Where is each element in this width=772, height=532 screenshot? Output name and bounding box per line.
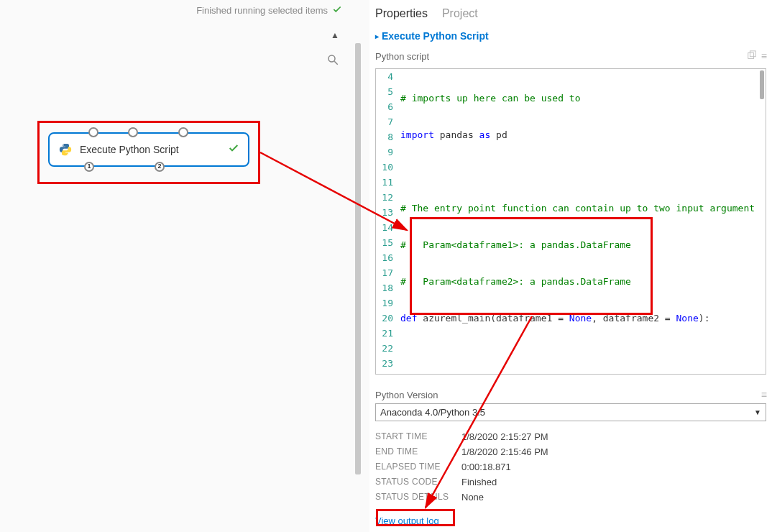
python-version-select[interactable]: Anaconda 4.0/Python 3.5 ▼ bbox=[375, 403, 766, 421]
end-time-value: 1/8/2020 2:15:46 PM bbox=[461, 446, 548, 457]
end-time-label: END TIME bbox=[375, 446, 461, 457]
svg-line-1 bbox=[334, 61, 338, 65]
chevron-up-icon[interactable]: ▲ bbox=[331, 30, 339, 40]
python-script-label: Python script bbox=[375, 51, 429, 62]
tab-project[interactable]: Project bbox=[442, 7, 478, 20]
section-header[interactable]: ▸ Execute Python Script bbox=[369, 24, 772, 47]
run-status: Finished running selected items bbox=[196, 4, 342, 17]
svg-rect-2 bbox=[748, 53, 754, 59]
chevron-down-icon: ▼ bbox=[754, 408, 761, 416]
status-code-label: STATUS CODE bbox=[375, 477, 461, 487]
elapsed-time-label: ELAPSED TIME bbox=[375, 462, 461, 472]
popout-icon[interactable] bbox=[747, 50, 757, 63]
python-version-value: Anaconda 4.0/Python 3.5 bbox=[380, 407, 485, 418]
status-details-label: STATUS DETAILS bbox=[375, 492, 461, 503]
status-details-value: None bbox=[461, 492, 484, 503]
annotation-box-node bbox=[37, 121, 260, 184]
tab-properties[interactable]: Properties bbox=[375, 7, 428, 20]
line-gutter: 456 789 101112 131415 161718 192021 2223 bbox=[376, 69, 398, 374]
start-time-value: 1/8/2020 2:15:27 PM bbox=[461, 431, 548, 442]
section-title-text: Execute Python Script bbox=[382, 30, 489, 42]
menu-icon[interactable]: ≡ bbox=[761, 50, 766, 63]
status-code-value: Finished bbox=[461, 477, 497, 487]
check-icon bbox=[332, 4, 342, 17]
canvas-pane: Finished running selected items ▲ Execut… bbox=[0, 0, 357, 532]
start-time-label: START TIME bbox=[375, 431, 461, 442]
menu-icon[interactable]: ≡ bbox=[761, 389, 766, 400]
tab-bar: Properties Project bbox=[369, 0, 772, 24]
elapsed-time-value: 0:00:18.871 bbox=[461, 462, 511, 472]
pane-divider[interactable] bbox=[355, 43, 361, 474]
svg-rect-3 bbox=[750, 51, 755, 57]
python-version-label: Python Version bbox=[375, 390, 438, 400]
annotation-box-log bbox=[376, 509, 455, 526]
annotation-box-code bbox=[410, 217, 653, 315]
svg-point-0 bbox=[328, 55, 335, 62]
collapse-triangle-icon: ▸ bbox=[375, 32, 379, 40]
run-status-text: Finished running selected items bbox=[196, 5, 328, 16]
search-icon[interactable] bbox=[326, 53, 339, 68]
